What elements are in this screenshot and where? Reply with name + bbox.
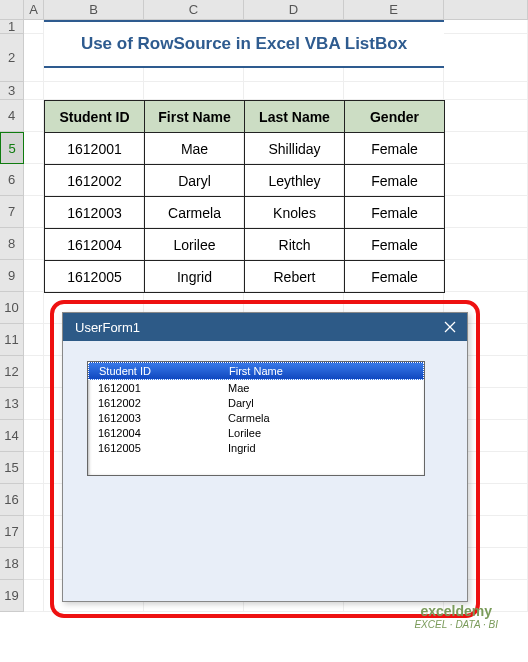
table-cell[interactable]: 1612002 xyxy=(45,165,145,197)
row-header[interactable]: 7 xyxy=(0,196,24,228)
table-row: 1612002DarylLeythleyFemale xyxy=(45,165,445,197)
cell[interactable] xyxy=(24,292,44,324)
table-cell[interactable]: Knoles xyxy=(245,197,345,229)
table-cell[interactable]: 1612003 xyxy=(45,197,145,229)
column-header[interactable]: C xyxy=(144,0,244,20)
select-all-corner[interactable] xyxy=(0,0,24,20)
cell[interactable] xyxy=(24,484,44,516)
listbox[interactable]: Student IDFirst Name 1612001Mae1612002Da… xyxy=(87,361,425,476)
cell[interactable] xyxy=(24,228,44,260)
table-cell[interactable]: Carmela xyxy=(145,197,245,229)
cell[interactable] xyxy=(24,20,44,34)
cell[interactable] xyxy=(444,196,528,228)
table-cell[interactable]: Rebert xyxy=(245,261,345,293)
row-header[interactable]: 9 xyxy=(0,260,24,292)
listbox-cell: 1612001 xyxy=(88,382,228,394)
cell[interactable] xyxy=(444,228,528,260)
column-header[interactable]: B xyxy=(44,0,144,20)
row-header[interactable]: 14 xyxy=(0,420,24,452)
table-cell[interactable]: Daryl xyxy=(145,165,245,197)
userform-window[interactable]: UserForm1 Student IDFirst Name 1612001Ma… xyxy=(62,312,468,602)
listbox-header-row[interactable]: Student IDFirst Name xyxy=(88,362,424,380)
table-cell[interactable]: Leythley xyxy=(245,165,345,197)
listbox-cell: 1612005 xyxy=(88,442,228,454)
row-header[interactable]: 8 xyxy=(0,228,24,260)
row-header[interactable]: 19 xyxy=(0,580,24,612)
listbox-row[interactable]: 1612001Mae xyxy=(88,380,424,395)
table-cell[interactable]: Female xyxy=(345,261,445,293)
listbox-cell: 1612002 xyxy=(88,397,228,409)
row-header[interactable]: 3 xyxy=(0,82,24,100)
row-header[interactable]: 2 xyxy=(0,34,24,82)
cell[interactable] xyxy=(24,388,44,420)
row-header[interactable]: 13 xyxy=(0,388,24,420)
table-cell[interactable]: Female xyxy=(345,229,445,261)
cell[interactable] xyxy=(24,580,44,612)
table-cell[interactable]: Shilliday xyxy=(245,133,345,165)
row-header[interactable]: 10 xyxy=(0,292,24,324)
cell[interactable] xyxy=(24,196,44,228)
table-cell[interactable]: 1612005 xyxy=(45,261,145,293)
table-cell[interactable]: Female xyxy=(345,133,445,165)
listbox-cell: Daryl xyxy=(228,397,398,409)
cell[interactable] xyxy=(24,132,44,164)
column-header[interactable] xyxy=(444,0,528,20)
cell[interactable] xyxy=(24,452,44,484)
cell[interactable] xyxy=(444,132,528,164)
table-cell[interactable]: 1612001 xyxy=(45,133,145,165)
listbox-row[interactable]: 1612005Ingrid xyxy=(88,440,424,455)
cell[interactable] xyxy=(344,82,444,100)
cell[interactable] xyxy=(24,420,44,452)
cell[interactable] xyxy=(44,82,144,100)
listbox-row[interactable]: 1612002Daryl xyxy=(88,395,424,410)
row-header[interactable]: 4 xyxy=(0,100,24,132)
cell[interactable] xyxy=(24,548,44,580)
row-header[interactable]: 15 xyxy=(0,452,24,484)
row-header[interactable]: 18 xyxy=(0,548,24,580)
page-title: Use of RowSource in Excel VBA ListBox xyxy=(44,20,444,68)
table-cell[interactable]: 1612004 xyxy=(45,229,145,261)
row-header[interactable]: 16 xyxy=(0,484,24,516)
table-cell[interactable]: Ingrid xyxy=(145,261,245,293)
cell[interactable] xyxy=(24,34,44,82)
cell[interactable] xyxy=(244,82,344,100)
table-cell[interactable]: Lorilee xyxy=(145,229,245,261)
cell[interactable] xyxy=(444,34,528,82)
cell[interactable] xyxy=(24,100,44,132)
watermark-brand: exceldemy xyxy=(414,603,498,619)
watermark: exceldemy EXCEL · DATA · BI xyxy=(414,603,498,630)
table-cell[interactable]: Ritch xyxy=(245,229,345,261)
cell[interactable] xyxy=(444,260,528,292)
column-header[interactable]: A xyxy=(24,0,44,20)
table-cell[interactable]: Female xyxy=(345,165,445,197)
cell[interactable] xyxy=(444,20,528,34)
close-button[interactable] xyxy=(441,318,459,336)
listbox-row[interactable]: 1612004Lorilee xyxy=(88,425,424,440)
row-header[interactable]: 1 xyxy=(0,20,24,34)
listbox-row[interactable]: 1612003Carmela xyxy=(88,410,424,425)
cell[interactable] xyxy=(24,82,44,100)
table-row: 1612005IngridRebertFemale xyxy=(45,261,445,293)
cell[interactable] xyxy=(144,82,244,100)
table-header: Student ID xyxy=(45,101,145,133)
listbox-header-cell: First Name xyxy=(229,365,399,377)
cell[interactable] xyxy=(24,324,44,356)
cell[interactable] xyxy=(444,82,528,100)
cell[interactable] xyxy=(24,516,44,548)
table-row: 1612003CarmelaKnolesFemale xyxy=(45,197,445,229)
table-cell[interactable]: Mae xyxy=(145,133,245,165)
userform-titlebar[interactable]: UserForm1 xyxy=(63,313,467,341)
column-header[interactable]: D xyxy=(244,0,344,20)
row-header[interactable]: 12 xyxy=(0,356,24,388)
row-header[interactable]: 11 xyxy=(0,324,24,356)
table-cell[interactable]: Female xyxy=(345,197,445,229)
cell[interactable] xyxy=(24,260,44,292)
row-header[interactable]: 6 xyxy=(0,164,24,196)
cell[interactable] xyxy=(444,164,528,196)
cell[interactable] xyxy=(24,164,44,196)
cell[interactable] xyxy=(444,100,528,132)
column-header[interactable]: E xyxy=(344,0,444,20)
row-header[interactable]: 5 xyxy=(0,132,24,164)
cell[interactable] xyxy=(24,356,44,388)
row-header[interactable]: 17 xyxy=(0,516,24,548)
